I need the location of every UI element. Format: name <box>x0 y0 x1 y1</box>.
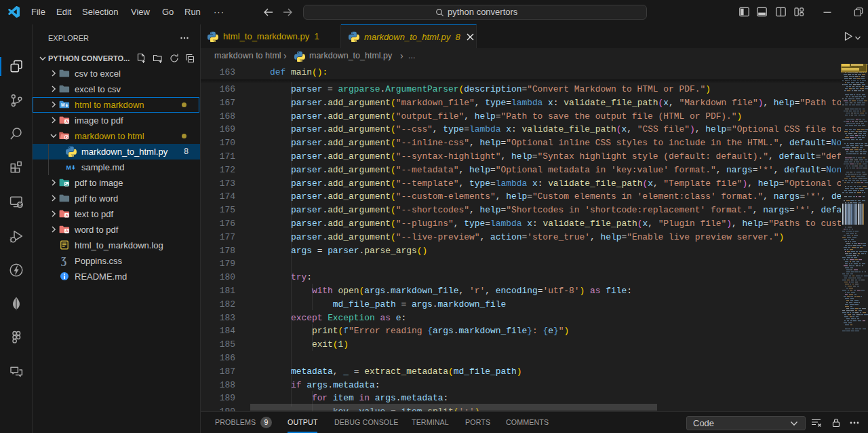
svg-text:Ʒ: Ʒ <box>61 256 66 266</box>
svg-text:A: A <box>66 213 68 217</box>
svg-text:M: M <box>61 102 64 107</box>
svg-text:M: M <box>66 164 72 171</box>
svg-text:A: A <box>66 229 68 233</box>
svg-text:A: A <box>66 119 68 124</box>
